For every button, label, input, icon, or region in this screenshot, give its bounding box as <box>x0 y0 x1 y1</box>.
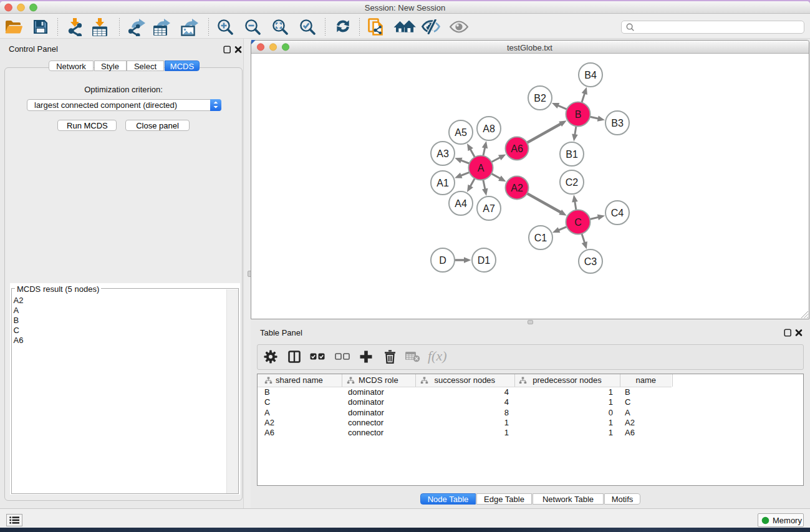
svg-text:B: B <box>575 109 582 120</box>
svg-text:B2: B2 <box>534 93 546 104</box>
svg-text:A6: A6 <box>511 143 523 154</box>
svg-text:C2: C2 <box>566 177 579 188</box>
svg-text:C1: C1 <box>534 233 547 243</box>
svg-text:A1: A1 <box>436 178 449 188</box>
svg-text:D: D <box>439 255 446 266</box>
svg-text:C3: C3 <box>584 256 597 267</box>
svg-text:B4: B4 <box>584 70 597 80</box>
svg-text:C: C <box>574 217 582 228</box>
svg-text:B1: B1 <box>566 149 578 160</box>
svg-text:C4: C4 <box>611 208 624 218</box>
svg-text:B3: B3 <box>611 118 624 128</box>
svg-text:A5: A5 <box>455 127 467 138</box>
svg-text:A7: A7 <box>483 203 495 214</box>
svg-text:D1: D1 <box>478 255 491 266</box>
svg-text:A2: A2 <box>511 183 523 193</box>
svg-text:A3: A3 <box>436 148 449 159</box>
svg-text:A4: A4 <box>455 198 467 209</box>
svg-text:A8: A8 <box>483 123 495 134</box>
svg-text:A: A <box>478 163 485 173</box>
